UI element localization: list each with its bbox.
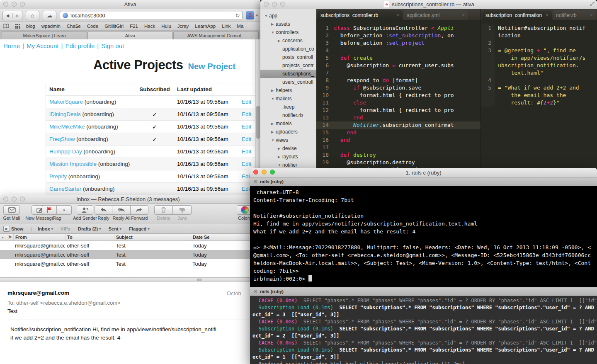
to-column-header[interactable]: To (65, 234, 114, 240)
flag-caret-icon[interactable]: ▾ (63, 208, 65, 212)
junk-button[interactable] (173, 205, 192, 215)
extension-caret-icon[interactable]: ▾ (256, 13, 258, 17)
forward-icon[interactable]: ▶ (12, 13, 22, 18)
minimize-button[interactable] (12, 197, 17, 201)
console-prompt-line[interactable]: irb(main):002:0> (253, 275, 597, 283)
reload-icon[interactable]: ↻ (235, 12, 240, 19)
top-sites-icon[interactable] (15, 24, 20, 29)
bookmark-item[interactable]: Ma (237, 24, 243, 29)
edit-link[interactable]: Edit (238, 124, 256, 130)
bookmark-item[interactable]: Link (222, 24, 231, 29)
project-link[interactable]: FreqShow (49, 136, 75, 142)
flag-button[interactable]: ▾ Flag (46, 205, 67, 221)
project-link[interactable]: MikeMikeMike (49, 124, 85, 130)
reading-list-icon[interactable] (3, 24, 9, 29)
bookmark-item[interactable]: GitliiitGirl (104, 24, 124, 29)
close-button[interactable] (3, 197, 8, 201)
sidebar-item-posts-controll[interactable]: posts_controll (260, 53, 316, 61)
delete-button[interactable] (154, 205, 173, 215)
browser-tab[interactable]: AWS Management Consol... (173, 31, 259, 39)
bookmark-item[interactable]: wpadmin (41, 24, 61, 29)
sidebar-item-concerns[interactable]: ▶concerns (260, 36, 316, 45)
bookmark-item[interactable]: Hack (144, 24, 155, 29)
message-list-row[interactable]: mkrsquare@gmail.comother-selfTestToday (0, 241, 256, 250)
terminal-tab-1[interactable]: rails (ruby) (260, 179, 284, 184)
fullscreen-icon[interactable] (590, 2, 595, 6)
triangle-closed-icon[interactable]: ▶ (271, 130, 276, 134)
close-button[interactable] (253, 170, 258, 175)
back-icon[interactable]: ◀ (3, 13, 12, 18)
sidebar-item-layouts[interactable]: ▶layouts (260, 153, 316, 161)
triangle-open-icon[interactable]: ▼ (271, 97, 276, 101)
project-link[interactable]: Prepify (49, 173, 67, 180)
scrollbar-thumb[interactable] (256, 106, 260, 139)
bookmark-item[interactable]: F21 (130, 24, 138, 29)
triangle-closed-icon[interactable]: ▶ (271, 89, 276, 92)
project-link[interactable]: GameStarter (49, 186, 81, 192)
sidebar-item-projects-contr[interactable]: projects_contr (260, 61, 316, 70)
minimize-button[interactable] (12, 2, 17, 7)
home-button[interactable]: ⌂ (26, 11, 39, 20)
editor-titlebar[interactable]: rb subscriptions_controller.rb — ativa (260, 0, 597, 9)
triangle-closed-icon[interactable]: ▶ (278, 39, 282, 43)
favorites-item-flagged[interactable]: Flagged▾ (129, 226, 150, 231)
message-list-row[interactable]: mkrsquare@gmail.comother-selfTestToday (0, 250, 256, 259)
triangle-open-icon[interactable]: ▼ (271, 31, 276, 34)
triangle-open-icon[interactable]: ▼ (271, 138, 276, 142)
tab-close-icon[interactable]: × (590, 12, 593, 18)
sidebar-item-subscriptions-[interactable]: subscriptions_ (260, 70, 316, 78)
new-project-link[interactable]: New Project (188, 62, 235, 71)
tab-close-icon[interactable]: ⊗ (253, 289, 257, 294)
favorites-item-drafts-2-[interactable]: Drafts (2)▾ (78, 226, 101, 231)
zoom-button[interactable] (270, 170, 275, 175)
edit-link[interactable]: Edit (238, 111, 256, 117)
minimize-button[interactable] (272, 2, 277, 7)
url-text[interactable]: localhost:3000 (70, 12, 233, 19)
editor-tab[interactable]: notifier.rb× (553, 10, 596, 20)
project-link[interactable]: Mission Impossible (49, 161, 97, 167)
sidebar-item-devise[interactable]: ▶devise (260, 144, 316, 153)
sidebar-item-views[interactable]: ▼views (260, 136, 316, 144)
nav-link[interactable]: My Account (27, 42, 59, 49)
close-button[interactable] (264, 2, 269, 7)
browser-titlebar[interactable]: Ativa (0, 0, 260, 9)
triangle-open-icon[interactable]: ▼ (265, 14, 269, 18)
icloud-tabs-button[interactable]: ☁ (43, 11, 56, 20)
message-list-row[interactable]: mkrsquare@gmail.comother-selfTestToday (0, 259, 256, 268)
bookmark-item[interactable]: blog (26, 24, 35, 29)
zoom-button[interactable] (280, 2, 285, 7)
bookmark-item[interactable]: LearnApp (195, 24, 216, 29)
edit-link[interactable]: Edit (238, 99, 256, 105)
splitter-handle-icon[interactable] (197, 279, 201, 281)
triangle-closed-icon[interactable]: ▶ (278, 147, 282, 150)
favorites-item-vips[interactable]: VIPs (61, 226, 70, 231)
triangle-open-icon[interactable]: ▼ (278, 163, 282, 167)
sidebar-item--keep[interactable]: .keep (260, 103, 316, 111)
back-forward-buttons[interactable]: ◀ ▶ (2, 11, 22, 20)
sidebar-item-application-co[interactable]: application_co (260, 45, 316, 53)
bookmark-item[interactable]: Hulu (161, 24, 171, 29)
reply-button[interactable] (95, 205, 112, 215)
favorites-item-sent[interactable]: Sent▾ (109, 226, 121, 231)
terminal-titlebar[interactable]: 1. rails c (ruby) (250, 168, 597, 177)
tab-close-icon[interactable]: × (546, 12, 548, 18)
tab-close-icon[interactable]: ⊗ (253, 179, 257, 184)
triangle-closed-icon[interactable]: ▶ (271, 22, 276, 26)
zoom-button[interactable] (20, 2, 25, 7)
edit-link[interactable]: Edit (238, 148, 256, 155)
bookmark-item[interactable]: Cha$e (67, 24, 81, 29)
edit-link[interactable]: Edit (238, 161, 256, 167)
minimize-button[interactable] (262, 170, 267, 175)
nav-link[interactable]: Edit profile (65, 42, 95, 49)
get-mail-button[interactable]: Get Mail (2, 205, 22, 221)
from-column-header[interactable]: From (13, 234, 65, 240)
read-column-header[interactable]: ● (0, 234, 6, 240)
nav-link[interactable]: Sign out (101, 42, 124, 49)
mail-titlebar[interactable]: Inbox — Rebecca.E.Sheldon (3 messages) (0, 195, 256, 204)
sidebar-item-app[interactable]: ▼app (260, 12, 316, 20)
project-link[interactable]: iDiningDeals (49, 111, 81, 117)
triangle-closed-icon[interactable]: ▶ (278, 155, 282, 159)
terminal-tab-2[interactable]: rails (ruby) (260, 289, 284, 294)
list-preview-splitter[interactable] (0, 277, 256, 281)
sidebar-item-mailers[interactable]: ▼mailers (260, 95, 316, 103)
